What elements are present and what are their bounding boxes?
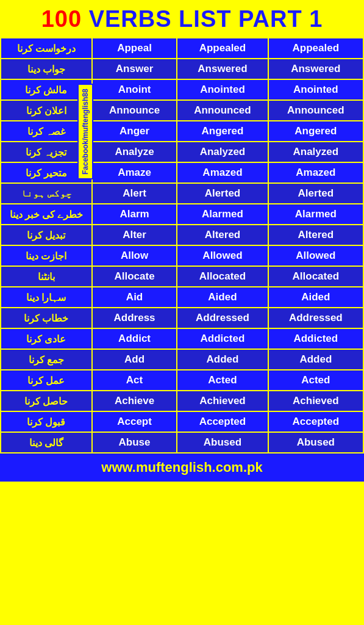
title-text: VERBS LIST PART 1 xyxy=(82,6,323,32)
past-participle-cell: Appealed xyxy=(268,38,363,59)
title-bar: 100 VERBS LIST PART 1 xyxy=(0,0,364,37)
table-row: جمع کرناAddAddedAdded xyxy=(1,349,363,370)
table-row: قبول کرناAcceptAcceptedAccepted xyxy=(1,411,363,432)
verb-cell: Achieve xyxy=(92,391,177,411)
verb-cell: Analyze xyxy=(92,142,177,162)
table-row: مالش کرناAnointAnointedAnointed xyxy=(1,79,363,100)
verb-cell: Abuse xyxy=(92,432,177,453)
past-participle-cell: Achieved xyxy=(268,391,363,411)
table-row: متحیر کرناAmazeAmazedAmazed xyxy=(1,162,363,183)
urdu-cell: خطرے کی خبر دینا xyxy=(1,204,92,225)
urdu-cell: جواب دینا xyxy=(1,59,92,79)
past-tense-cell: Altered xyxy=(177,225,268,245)
table-row: سہارا دیناAidAidedAided xyxy=(1,287,363,308)
verb-cell: Address xyxy=(92,308,177,328)
past-tense-cell: Aided xyxy=(177,287,268,308)
past-tense-cell: Answered xyxy=(177,59,268,79)
past-participle-cell: Announced xyxy=(268,100,363,121)
footer-bar: www.muftenglish.com.pk xyxy=(0,453,364,482)
urdu-cell: خطاب کرنا xyxy=(1,308,92,328)
urdu-cell: چوکس ہونا xyxy=(1,183,92,204)
table-container: Facebook/muftenglish88 درخواست کرناAppea… xyxy=(0,37,364,453)
verb-cell: Allocate xyxy=(92,266,177,287)
past-participle-cell: Angered xyxy=(268,121,363,142)
table-row: خطرے کی خبر دیناAlarmAlarmedAlarmed xyxy=(1,204,363,225)
past-tense-cell: Allocated xyxy=(177,266,268,287)
verb-cell: Alter xyxy=(92,225,177,245)
urdu-cell: حاصل کرنا xyxy=(1,391,92,411)
urdu-cell: جمع کرنا xyxy=(1,349,92,370)
urdu-cell: اجازت دینا xyxy=(1,245,92,266)
past-tense-cell: Amazed xyxy=(177,162,268,183)
urdu-cell: قبول کرنا xyxy=(1,411,92,432)
past-participle-cell: Analyzed xyxy=(268,142,363,162)
facebook-badge: Facebook/muftenglish88 xyxy=(77,84,93,179)
verb-cell: Announce xyxy=(92,100,177,121)
urdu-cell: تبدیل کرنا xyxy=(1,225,92,245)
past-tense-cell: Alarmed xyxy=(177,204,268,225)
past-tense-cell: Appealed xyxy=(177,38,268,59)
table-row: خطاب کرناAddressAddressedAddressed xyxy=(1,308,363,328)
past-participle-cell: Allowed xyxy=(268,245,363,266)
table-row: تبدیل کرناAlterAlteredAltered xyxy=(1,225,363,245)
verb-cell: Anoint xyxy=(92,79,177,100)
past-participle-cell: Altered xyxy=(268,225,363,245)
footer-url: www.muftenglish.com.pk xyxy=(3,460,361,475)
verb-cell: Answer xyxy=(92,59,177,79)
verb-cell: Allow xyxy=(92,245,177,266)
past-tense-cell: Achieved xyxy=(177,391,268,411)
past-participle-cell: Allocated xyxy=(268,266,363,287)
urdu-cell: سہارا دینا xyxy=(1,287,92,308)
table-row: جواب دیناAnswerAnsweredAnswered xyxy=(1,59,363,79)
page-title: 100 VERBS LIST PART 1 xyxy=(3,6,361,32)
verb-cell: Appeal xyxy=(92,38,177,59)
past-participle-cell: Alerted xyxy=(268,183,363,204)
past-participle-cell: Answered xyxy=(268,59,363,79)
past-tense-cell: Analyzed xyxy=(177,142,268,162)
page-wrapper: 100 VERBS LIST PART 1 Facebook/muftengli… xyxy=(0,0,364,482)
past-tense-cell: Angered xyxy=(177,121,268,142)
urdu-cell: درخواست کرنا xyxy=(1,38,92,59)
past-tense-cell: Anointed xyxy=(177,79,268,100)
past-participle-cell: Addicted xyxy=(268,328,363,349)
past-participle-cell: Added xyxy=(268,349,363,370)
urdu-cell: بانٹنا xyxy=(1,266,92,287)
past-tense-cell: Abused xyxy=(177,432,268,453)
verb-cell: Anger xyxy=(92,121,177,142)
table-row: حاصل کرناAchieveAchievedAchieved xyxy=(1,391,363,411)
past-tense-cell: Added xyxy=(177,349,268,370)
verb-cell: Add xyxy=(92,349,177,370)
table-row: عادی کرناAddictAddictedAddicted xyxy=(1,328,363,349)
past-participle-cell: Acted xyxy=(268,370,363,391)
table-row: عمل کرناActActedActed xyxy=(1,370,363,391)
title-number: 100 xyxy=(41,6,82,32)
past-participle-cell: Anointed xyxy=(268,79,363,100)
past-tense-cell: Announced xyxy=(177,100,268,121)
verb-cell: Act xyxy=(92,370,177,391)
past-participle-cell: Alarmed xyxy=(268,204,363,225)
past-tense-cell: Alerted xyxy=(177,183,268,204)
past-tense-cell: Allowed xyxy=(177,245,268,266)
table-row: غصہ کرناAngerAngeredAngered xyxy=(1,121,363,142)
urdu-cell: گالی دینا xyxy=(1,432,92,453)
past-tense-cell: Accepted xyxy=(177,411,268,432)
past-tense-cell: Acted xyxy=(177,370,268,391)
table-row: گالی دیناAbuseAbusedAbused xyxy=(1,432,363,453)
table-row: اجازت دیناAllowAllowedAllowed xyxy=(1,245,363,266)
verb-cell: Amaze xyxy=(92,162,177,183)
verb-cell: Accept xyxy=(92,411,177,432)
past-tense-cell: Addicted xyxy=(177,328,268,349)
table-row: تجزیہ کرناAnalyzeAnalyzedAnalyzed xyxy=(1,142,363,162)
verb-cell: Alert xyxy=(92,183,177,204)
table-row: درخواست کرناAppealAppealedAppealed xyxy=(1,38,363,59)
table-row: اعلان کرناAnnounceAnnouncedAnnounced xyxy=(1,100,363,121)
urdu-cell: عمل کرنا xyxy=(1,370,92,391)
past-participle-cell: Aided xyxy=(268,287,363,308)
verb-cell: Alarm xyxy=(92,204,177,225)
urdu-cell: عادی کرنا xyxy=(1,328,92,349)
table-row: چوکس ہوناAlertAlertedAlerted xyxy=(1,183,363,204)
past-participle-cell: Addressed xyxy=(268,308,363,328)
past-tense-cell: Addressed xyxy=(177,308,268,328)
past-participle-cell: Abused xyxy=(268,432,363,453)
verb-cell: Aid xyxy=(92,287,177,308)
